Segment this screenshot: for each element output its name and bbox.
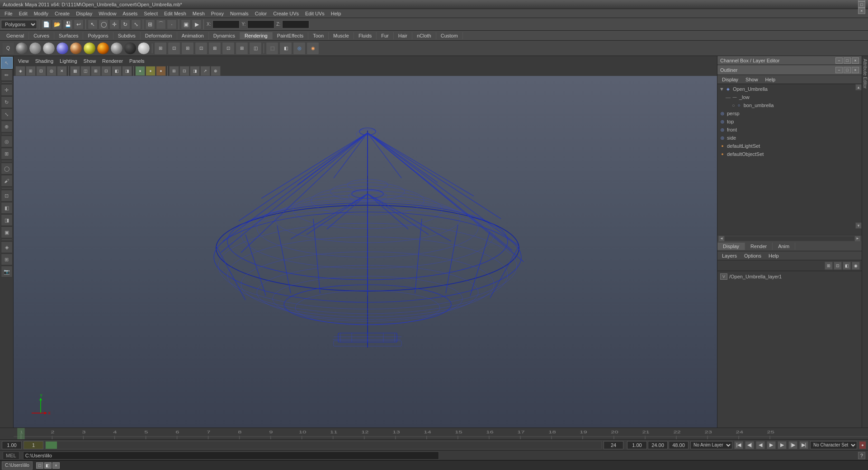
channel-box-minimize[interactable]: − [835,57,843,64]
shelf-sphere-10[interactable] [137,42,150,55]
tool-move[interactable]: ✛ [1,84,13,96]
open-scene-button[interactable]: 📂 [52,19,62,29]
shelf-icon-h[interactable]: ◫ [249,42,262,55]
tool-xray[interactable]: ◈ [1,241,13,253]
vp-tb-btn7[interactable]: ◫ [80,66,90,76]
tool-lasso[interactable]: ◯ [1,163,13,174]
tab-deformation[interactable]: Deformation [141,32,177,39]
layer-menu-help[interactable]: Help [766,252,782,259]
tab-fluids[interactable]: Fluids [354,32,377,39]
shelf-icon-render1[interactable]: ⬚ [266,42,278,55]
auto-key-button[interactable]: ● [859,441,866,449]
menu-create[interactable]: Create [52,10,72,17]
tool-cam[interactable]: 📷 [1,266,13,277]
vp-tb-btn13[interactable]: ● [146,66,156,76]
tool-paint2[interactable]: 🖌 [1,175,13,187]
vp-menu-shading[interactable]: Shading [33,57,56,65]
render-region-button[interactable]: ▣ [181,19,191,29]
tab-muscle[interactable]: Muscle [329,32,354,39]
layer-visibility-toggle[interactable]: V [720,273,727,280]
shelf-icon-render3[interactable]: ◎ [293,42,306,55]
viewport[interactable]: View Shading Lighting Show Renderer Pane… [14,56,717,428]
help-icon[interactable]: ? [858,452,865,459]
vp-tb-btn9[interactable]: ⊡ [101,66,111,76]
tab-toon[interactable]: Toon [308,32,329,39]
tab-dynamics[interactable]: Dynamics [209,32,240,39]
range-end-field[interactable] [604,441,623,449]
layer-btn3[interactable]: ◧ [843,262,851,270]
outliner-item-low[interactable]: — — _low [717,93,862,101]
channel-box-close[interactable]: × [852,57,859,64]
shelf-icon-f[interactable]: ⊡ [222,42,235,55]
taskbar-icon1[interactable]: □ [36,462,43,469]
vp-tb-btn18[interactable]: ↗ [200,66,210,76]
next-frame-button[interactable]: ▶ [778,441,787,449]
shelf-sphere-7[interactable] [97,42,109,55]
vp-tb-btn3[interactable]: ⊡ [36,66,46,76]
close-button[interactable]: × [858,8,865,14]
shelf-icon-b[interactable]: ⊡ [168,42,180,55]
menu-display[interactable]: Display [73,10,95,17]
outliner-show[interactable]: Show [743,76,761,83]
y-field[interactable] [247,20,274,28]
snap-grid-button[interactable]: ⊞ [145,19,155,29]
range-start-field[interactable] [2,441,22,449]
tab-general[interactable]: General [2,32,29,39]
shelf-sphere-6[interactable] [83,42,96,55]
tab-fur[interactable]: Fur [377,32,394,39]
vp-tb-btn5[interactable]: ✕ [57,66,67,76]
shelf-sphere-5[interactable] [70,42,82,55]
menu-select[interactable]: Select [141,10,160,17]
tab-polygons[interactable]: Polygons [83,32,113,39]
menu-color[interactable]: Color [252,10,269,17]
shelf-sphere-9[interactable] [124,42,137,55]
tab-rendering[interactable]: Rendering [240,32,273,39]
end-frame-input[interactable] [648,441,668,449]
render-button[interactable]: ▶ [192,19,202,29]
menu-create-uvs[interactable]: Create UVs [270,10,302,17]
shelf-sphere-4[interactable] [56,42,69,55]
tool-snap4[interactable]: ▣ [1,226,13,238]
play-button[interactable]: ▶ [767,441,776,449]
menu-assets[interactable]: Assets [120,10,140,17]
outliner-item-default-light-set[interactable]: ● defaultLightSet [717,142,862,150]
ext-end-input[interactable] [669,441,689,449]
outliner-item-front[interactable]: ◎ front [717,126,862,134]
tab-hair[interactable]: Hair [394,32,412,39]
vp-tb-btn19[interactable]: ⊕ [211,66,221,76]
menu-modify[interactable]: Modify [31,10,51,17]
scale-tool-button[interactable]: ⤡ [131,19,141,29]
prev-key-button[interactable]: ◀| [745,441,754,449]
tool-rotate[interactable]: ↻ [1,96,13,108]
menu-edit-mesh[interactable]: Edit Mesh [161,10,189,17]
vp-tb-btn17[interactable]: ◨ [190,66,200,76]
mode-selector[interactable]: Polygons [1,20,37,29]
menu-file[interactable]: File [2,10,15,17]
shelf-sphere-1[interactable] [15,42,28,55]
tool-select[interactable]: ↖ [1,57,13,69]
layer-btn1[interactable]: ⊞ [825,262,833,270]
menu-normals[interactable]: Normals [227,10,251,17]
outliner-scroll-right[interactable]: ► [854,235,861,242]
layer-btn4[interactable]: ◉ [852,262,860,270]
tool-universal[interactable]: ⊕ [1,121,13,132]
vp-menu-show[interactable]: Show [81,57,99,65]
taskbar-icon2[interactable]: ◧ [44,462,52,469]
vp-tb-btn1[interactable]: ◈ [15,66,25,76]
next-key-button[interactable]: |▶ [788,441,797,449]
outliner-item-side[interactable]: ◎ side [717,134,862,142]
attribute-editor-strip[interactable]: Attribute Editor [862,56,868,428]
outliner-help[interactable]: Help [763,76,778,83]
menu-edit-uvs[interactable]: Edit UVs [302,10,327,17]
layer-menu-layers[interactable]: Layers [719,252,740,259]
tool-grid[interactable]: ⊞ [1,254,13,265]
char-set-select[interactable]: No Character Set [810,441,857,449]
tab-painteffects[interactable]: PaintEffects [273,32,309,39]
vp-menu-lighting[interactable]: Lighting [57,57,80,65]
tool-snap2[interactable]: ◧ [1,202,13,214]
shelf-icon-d[interactable]: ⊡ [195,42,208,55]
timeline-ruler[interactable]: 1 2 3 4 5 6 7 8 9 10 11 12 13 1 [0,428,868,439]
tool-soft-select[interactable]: ◎ [1,136,13,147]
command-input[interactable] [23,451,439,460]
vp-menu-renderer[interactable]: Renderer [99,57,126,65]
